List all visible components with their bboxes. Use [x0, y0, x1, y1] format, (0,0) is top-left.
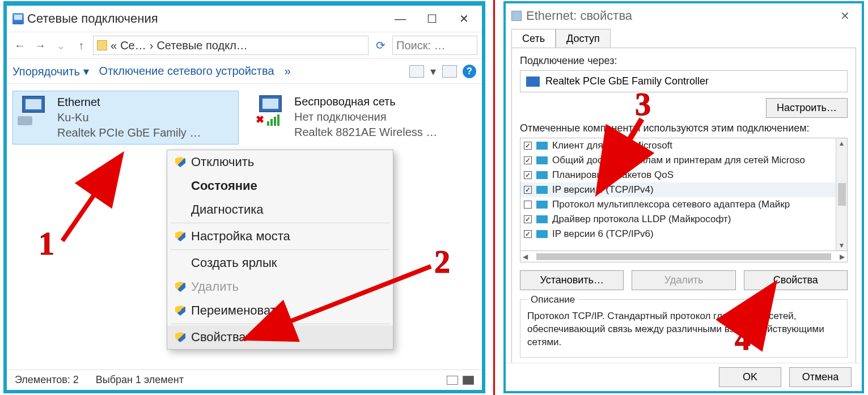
crumb-2[interactable]: Сетевые подкл… — [156, 39, 247, 52]
minimize-button[interactable]: — — [384, 8, 416, 29]
search-input[interactable]: Поиск: … — [392, 36, 477, 55]
refresh-button[interactable]: ⟳ — [372, 37, 389, 54]
conn-name: Ethernet — [57, 95, 201, 110]
adapter-icon — [511, 11, 522, 21]
ctx-disable[interactable]: Отключить — [167, 150, 393, 174]
scroll-thumb[interactable] — [536, 253, 831, 260]
sort-button[interactable]: Упорядочить ▾ — [12, 65, 89, 78]
connect-via-label: Подключение через: — [520, 55, 848, 67]
shield-icon — [175, 332, 185, 342]
view-details-icon[interactable] — [447, 376, 458, 385]
scroll-thumb[interactable] — [838, 183, 846, 206]
crumb-1[interactable]: Се… — [120, 39, 146, 52]
cancel-button[interactable]: Отмена — [789, 367, 852, 387]
configure-button[interactable]: Настроить… — [766, 98, 848, 118]
nic-icon — [526, 77, 540, 87]
tabs: Сеть Доступ — [506, 28, 862, 48]
install-button[interactable]: Установить… — [520, 270, 624, 290]
shield-icon — [175, 231, 185, 241]
ctx-shortcut[interactable]: Создать ярлык — [167, 251, 393, 275]
component-label: Протокол мультиплексора сетевого адаптер… — [552, 199, 790, 210]
checkbox[interactable]: ✓ — [524, 142, 532, 150]
component-row[interactable]: ✓Клиент для сетей Microsoft — [520, 138, 836, 153]
nav-bar: ← → ⌄ ↑ « Се… › Сетевые подкл… ⟳ Поиск: … — [7, 32, 482, 59]
conn-network: Ku-Ku — [57, 110, 201, 125]
ethernet-properties-window: Ethernet: свойства ✕ Сеть Доступ Подключ… — [503, 1, 864, 393]
component-label: Планировщик пакетов QoS — [552, 169, 674, 181]
view-tiles-icon[interactable] — [463, 376, 474, 385]
toolbar: Упорядочить ▾ Отключение сетевого устрой… — [7, 59, 482, 84]
forward-button[interactable]: → — [32, 37, 49, 54]
toolbar-right: ▾ ? — [409, 65, 476, 78]
ok-button[interactable]: OK — [719, 367, 781, 387]
conn-network: Нет подключения — [294, 109, 437, 125]
component-label: Драйвер протокола LLDP (Майкрософт) — [552, 214, 731, 225]
component-label: Клиент для сетей Microsoft — [552, 140, 672, 151]
ctx-properties[interactable]: Свойства — [167, 325, 393, 349]
adapter-name: Realtek PCIe GbE Family Controller — [545, 75, 709, 87]
component-row[interactable]: ✓Общий доступ к файлам и принтерам для с… — [520, 153, 836, 168]
ctx-delete[interactable]: Удалить — [167, 275, 393, 299]
connection-wifi[interactable]: ✖ Беспроводная сеть Нет подключения Real… — [250, 91, 476, 145]
scroll-up-icon[interactable]: ▲ — [839, 139, 845, 147]
folder-icon — [97, 40, 107, 50]
component-icon — [536, 201, 548, 209]
component-icon — [536, 142, 548, 150]
ctx-rename[interactable]: Переименовать — [167, 299, 393, 322]
scroll-right-icon[interactable]: ▶ — [840, 253, 845, 261]
scroll-left-icon[interactable]: ◀ — [523, 253, 528, 261]
help-button[interactable]: ? — [463, 65, 476, 78]
annotation-1: 1 — [39, 226, 54, 262]
separator — [493, 0, 495, 395]
component-label: Общий доступ к файлам и принтерам для се… — [552, 155, 805, 166]
ctx-diagnostics[interactable]: Диагностика — [167, 198, 393, 222]
tab-network[interactable]: Сеть — [511, 29, 556, 48]
recent-button[interactable]: ⌄ — [52, 37, 69, 54]
scroll-down-icon[interactable]: ▼ — [839, 241, 845, 249]
checkbox[interactable]: ✓ — [524, 156, 532, 164]
scrollbar-vertical[interactable]: ▲ ▼ — [836, 138, 847, 250]
maximize-button[interactable]: ☐ — [416, 8, 448, 29]
preview-pane-button[interactable] — [442, 65, 457, 78]
scrollbar-horizontal[interactable]: ◀ ▶ — [520, 251, 848, 262]
adapter-field[interactable]: Realtek PCIe GbE Family Controller — [520, 70, 848, 92]
more-button[interactable]: » — [285, 65, 291, 78]
tab-access[interactable]: Доступ — [556, 29, 611, 48]
status-selected: Выбран 1 элемент — [96, 374, 184, 386]
context-menu: Отключить Состояние Диагностика Настройк… — [167, 150, 393, 350]
component-row[interactable]: ✓IP версии 4 (TCP/IPv4) — [520, 182, 836, 197]
components-list: ✓Клиент для сетей Microsoft✓Общий доступ… — [520, 138, 848, 251]
titlebar: Ethernet: свойства ✕ — [506, 3, 862, 28]
view-dd[interactable]: ▾ — [430, 65, 437, 78]
close-button[interactable]: ✕ — [832, 7, 857, 25]
shield-icon — [175, 157, 185, 167]
checkbox[interactable] — [524, 201, 532, 209]
component-row[interactable]: Протокол мультиплексора сетевого адаптер… — [520, 197, 836, 212]
network-connections-window: Сетевые подключения — ☐ ✕ ← → ⌄ ↑ « Се… … — [3, 1, 485, 393]
checkbox[interactable]: ✓ — [524, 215, 532, 223]
component-icon — [536, 171, 548, 179]
annotation-4: 4 — [735, 321, 751, 357]
close-button[interactable]: ✕ — [448, 8, 480, 29]
properties-button[interactable]: Свойства — [744, 270, 848, 290]
back-button[interactable]: ← — [11, 37, 28, 54]
component-row[interactable]: ✓IP версии 6 (TCP/IPv6) — [520, 227, 836, 241]
conn-device: Realtek PCIe GbE Family … — [57, 125, 201, 141]
breadcrumb[interactable]: « Се… › Сетевые подкл… — [93, 36, 369, 55]
ctx-status[interactable]: Состояние — [167, 174, 393, 198]
dialog-footer: OK Отмена — [506, 363, 862, 391]
checkbox[interactable]: ✓ — [524, 186, 532, 194]
shield-icon — [175, 305, 185, 316]
up-button[interactable]: ↑ — [73, 37, 90, 54]
network-icon — [12, 13, 24, 24]
description-legend: Описание — [527, 294, 578, 305]
checkbox[interactable]: ✓ — [524, 230, 532, 238]
remove-button[interactable]: Удалить — [632, 270, 735, 290]
checkbox[interactable]: ✓ — [524, 171, 532, 179]
component-row[interactable]: ✓Планировщик пакетов QoS — [520, 168, 836, 182]
view-layout-button[interactable] — [409, 65, 424, 78]
disable-device-button[interactable]: Отключение сетевого устройства — [99, 65, 274, 78]
connection-ethernet[interactable]: Ethernet Ku-Ku Realtek PCIe GbE Family … — [12, 91, 239, 145]
component-row[interactable]: ✓Драйвер протокола LLDP (Майкрософт) — [520, 212, 836, 227]
ctx-bridge[interactable]: Настройка моста — [167, 224, 393, 248]
